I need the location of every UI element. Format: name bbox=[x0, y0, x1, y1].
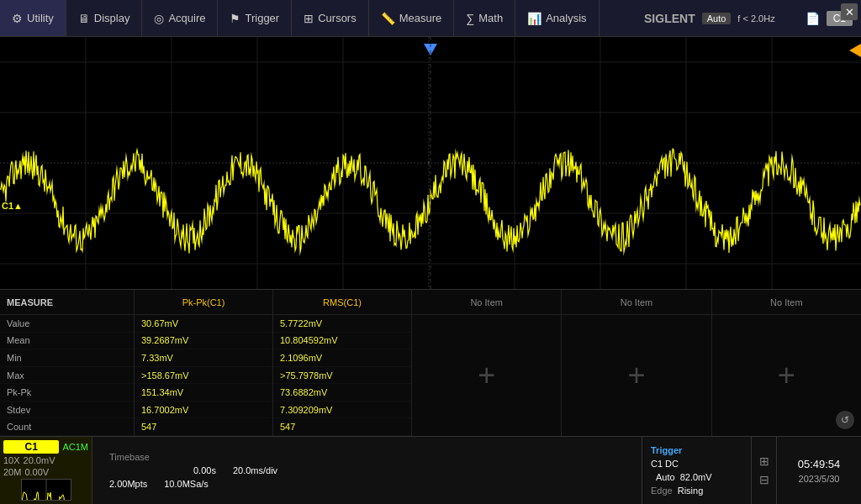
menu-cursors[interactable]: ⊞ Cursors bbox=[292, 0, 369, 36]
rms-max: >75.7978mV bbox=[273, 367, 411, 385]
menu-utility[interactable]: ⚙ Utility bbox=[0, 0, 66, 36]
timebase-section: Timebase 0.00s 20.0ms/div 2.00Mpts 10.0M… bbox=[92, 437, 642, 504]
menu-display[interactable]: 🖥 Display bbox=[66, 0, 143, 36]
menu-math[interactable]: ∑ Math bbox=[454, 0, 515, 36]
trigger-channel: C1 DC bbox=[651, 459, 679, 469]
ch1-badge: C1 bbox=[3, 440, 59, 454]
trigger-edge-label: Edge bbox=[651, 486, 673, 496]
freq-display: f < 2.0Hz bbox=[737, 13, 774, 24]
row-label-count: Count bbox=[0, 418, 134, 436]
measure-panel: MEASURE Pk-Pk(C1) RMS(C1) No Item No Ite… bbox=[0, 289, 861, 436]
menu-measure[interactable]: 📏 Measure bbox=[369, 0, 455, 36]
ch1-scale: 20.0mV bbox=[24, 455, 55, 465]
measure-header: MEASURE Pk-Pk(C1) RMS(C1) No Item No Ite… bbox=[0, 290, 861, 315]
menu-acquire-label: Acquire bbox=[168, 12, 205, 24]
no-item-col-2[interactable]: + bbox=[562, 315, 711, 436]
brand-name: SIGLENT bbox=[644, 12, 695, 25]
measure-rows: Value Mean Min Max Pk-Pk Stdev Count 30.… bbox=[0, 315, 861, 436]
row-label-mean: Mean bbox=[0, 333, 134, 350]
menu-utility-label: Utility bbox=[27, 12, 54, 24]
analysis-icon: 📊 bbox=[527, 12, 541, 25]
menu-display-label: Display bbox=[94, 12, 130, 24]
menu-acquire[interactable]: ◎ Acquire bbox=[142, 0, 218, 36]
scroll-button[interactable]: ↺ bbox=[836, 411, 854, 429]
close-measure-button[interactable]: ✕ bbox=[841, 3, 858, 20]
add-measure-icon-2: + bbox=[627, 360, 645, 391]
menu-bar: ⚙ Utility 🖥 Display ◎ Acquire ⚑ Trigger … bbox=[0, 0, 861, 37]
ch1-probe: 10X bbox=[3, 455, 20, 465]
trigger-mode: Auto bbox=[656, 472, 675, 482]
trigger-mode-row: Auto 82.0mV bbox=[651, 472, 742, 482]
sample-rate: 10.0MSa/s bbox=[164, 479, 209, 489]
timebase-row: Timebase bbox=[109, 452, 625, 462]
row-label-max: Max bbox=[0, 367, 134, 385]
trigger-header: Trigger bbox=[651, 445, 742, 455]
trigger-section: Trigger C1 DC Auto 82.0mV Edge Rising bbox=[642, 437, 752, 504]
icons-section: ⊞ ⊟ bbox=[752, 437, 777, 504]
auto-badge: Auto bbox=[702, 13, 732, 24]
measure-icon: 📏 bbox=[381, 12, 395, 25]
network-icon: ⊟ bbox=[759, 473, 769, 486]
ch1-offset: 0.00V bbox=[24, 467, 49, 477]
menu-measure-label: Measure bbox=[399, 12, 442, 24]
trigger-icon: ⚑ bbox=[230, 12, 240, 25]
rms-stdev: 7.309209mV bbox=[273, 402, 411, 419]
col-header-noitem3[interactable]: No Item bbox=[712, 290, 861, 314]
timebase-offset-row: 0.00s 20.0ms/div bbox=[109, 465, 625, 475]
measure-title: MEASURE bbox=[0, 290, 135, 314]
trigger-slope-row: Edge Rising bbox=[651, 486, 742, 496]
trigger-level: 82.0mV bbox=[680, 472, 712, 482]
pkpk-min: 7.33mV bbox=[135, 349, 272, 367]
col-header-pk-pk[interactable]: Pk-Pk(C1) bbox=[135, 290, 273, 314]
ch1-bw-row: 20M 0.00V bbox=[3, 467, 88, 477]
col-header-rms[interactable]: RMS(C1) bbox=[273, 290, 412, 314]
memory-pts: 2.00Mpts bbox=[109, 479, 147, 489]
row-label-pkpk: Pk-Pk bbox=[0, 384, 134, 402]
trigger-channel-row: C1 DC bbox=[651, 459, 742, 469]
timebase-label: Timebase bbox=[109, 452, 177, 462]
ch1-miniwave bbox=[21, 479, 71, 501]
rms-min: 2.1096mV bbox=[273, 349, 411, 367]
row-label-min: Min bbox=[0, 349, 134, 367]
pkpk-pkpk: 151.34mV bbox=[135, 384, 272, 402]
ch1-details: 10X 20.0mV 20M 0.00V bbox=[3, 455, 88, 477]
brand-area: SIGLENT Auto f < 2.0Hz 📄 C1 bbox=[636, 0, 861, 36]
rms-count: 547 bbox=[273, 418, 411, 436]
pkpk-stdev: 16.7002mV bbox=[135, 402, 272, 419]
no-item-col-3[interactable]: + ↺ bbox=[712, 315, 861, 436]
math-icon: ∑ bbox=[466, 12, 474, 25]
no-item-col-1[interactable]: + bbox=[412, 315, 562, 436]
col-header-noitem1[interactable]: No Item bbox=[412, 290, 562, 314]
time-display: 05:49:54 bbox=[798, 458, 841, 470]
ch1-coupling: AC1M bbox=[62, 442, 88, 452]
cursors-icon: ⊞ bbox=[304, 12, 314, 25]
data-col-pkpk: 30.67mV 39.2687mV 7.33mV >158.67mV 151.3… bbox=[135, 315, 273, 436]
time-section: 05:49:54 2023/5/30 bbox=[777, 437, 861, 504]
col-header-noitem2[interactable]: No Item bbox=[562, 290, 711, 314]
rms-value: 5.7722mV bbox=[273, 315, 411, 333]
usb-icon: ⊞ bbox=[759, 454, 769, 468]
trigger-edge: Rising bbox=[678, 486, 704, 496]
pkpk-max: >158.67mV bbox=[135, 367, 272, 385]
row-label-stdev: Stdev bbox=[0, 402, 134, 419]
scroll-icon: ↺ bbox=[841, 414, 849, 426]
menu-math-label: Math bbox=[478, 12, 503, 24]
waveform-canvas bbox=[0, 37, 861, 289]
menu-trigger[interactable]: ⚑ Trigger bbox=[218, 0, 292, 36]
timebase-scale-value: 20.0ms/div bbox=[233, 465, 277, 475]
row-labels: Value Mean Min Max Pk-Pk Stdev Count bbox=[0, 315, 135, 436]
ch1-status[interactable]: C1 AC1M 10X 20.0mV 20M 0.00V bbox=[0, 437, 92, 504]
date-display: 2023/5/30 bbox=[799, 474, 840, 484]
pkpk-value: 30.67mV bbox=[135, 315, 272, 333]
menu-analysis-label: Analysis bbox=[546, 12, 586, 24]
data-col-rms: 5.7722mV 10.804592mV 2.1096mV >75.7978mV… bbox=[273, 315, 412, 436]
display-icon: 🖥 bbox=[78, 12, 90, 25]
pkpk-mean: 39.2687mV bbox=[135, 333, 272, 350]
ch1-detail-row: 10X 20.0mV bbox=[3, 455, 88, 465]
menu-trigger-label: Trigger bbox=[245, 12, 279, 24]
menu-cursors-label: Cursors bbox=[318, 12, 357, 24]
menu-analysis[interactable]: 📊 Analysis bbox=[515, 0, 599, 36]
timebase-offset-value: 0.00s bbox=[193, 465, 216, 475]
status-bar: C1 AC1M 10X 20.0mV 20M 0.00V Timebase 0.… bbox=[0, 436, 861, 504]
row-label-value: Value bbox=[0, 315, 134, 333]
